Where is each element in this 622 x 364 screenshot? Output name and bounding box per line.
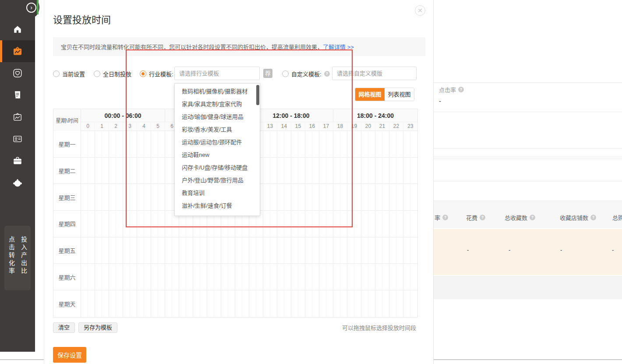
time-slot[interactable]: [95, 237, 109, 264]
sidebar-item-promotion-active[interactable]: [0, 40, 35, 62]
time-slot[interactable]: [179, 290, 193, 317]
time-slot[interactable]: [347, 211, 361, 237]
time-slot[interactable]: [333, 211, 347, 237]
radio-industry-template[interactable]: 行业模板:: [140, 67, 173, 81]
time-slot[interactable]: [291, 237, 305, 264]
time-slot[interactable]: [319, 184, 333, 210]
time-slot[interactable]: [109, 290, 123, 317]
time-slot[interactable]: [95, 184, 109, 210]
time-slot[interactable]: [375, 264, 389, 290]
time-slot[interactable]: [277, 290, 291, 317]
dropdown-item[interactable]: 数码相机/摄像机/摄影器材: [175, 85, 260, 98]
time-slot[interactable]: [403, 264, 417, 290]
time-slot[interactable]: [95, 211, 109, 237]
time-slot[interactable]: [305, 184, 319, 210]
help-icon[interactable]: ?: [324, 71, 330, 77]
time-slot[interactable]: [165, 264, 179, 290]
time-slot[interactable]: [249, 290, 263, 317]
time-slot[interactable]: [319, 131, 333, 157]
time-slot[interactable]: [263, 211, 277, 237]
dropdown-item[interactable]: 运动服/运动包/颈环配件: [175, 136, 260, 148]
time-slot[interactable]: [319, 237, 333, 264]
time-slot[interactable]: [319, 211, 333, 237]
time-slot[interactable]: [123, 131, 137, 157]
time-slot[interactable]: [361, 131, 375, 157]
time-slot[interactable]: [333, 264, 347, 290]
time-slot[interactable]: [151, 264, 165, 290]
time-slot[interactable]: [123, 211, 137, 237]
time-slot[interactable]: [347, 131, 361, 157]
time-slot[interactable]: [347, 264, 361, 290]
sidebar-item-favorites[interactable]: [0, 62, 35, 84]
time-slot[interactable]: [305, 237, 319, 264]
time-slot[interactable]: [305, 264, 319, 290]
time-slot[interactable]: [319, 158, 333, 184]
time-slot[interactable]: [389, 211, 403, 237]
time-slot[interactable]: [375, 158, 389, 184]
time-slot[interactable]: [403, 158, 417, 184]
dropdown-item[interactable]: 教育培训: [175, 187, 260, 199]
dropdown-item[interactable]: 户外/登山/野营/旅行用品: [175, 174, 260, 187]
help-icon[interactable]: ?: [442, 215, 448, 220]
time-slot[interactable]: [109, 131, 123, 157]
time-slot[interactable]: [137, 158, 151, 184]
time-slot[interactable]: [305, 211, 319, 237]
time-slot[interactable]: [305, 158, 319, 184]
time-slot[interactable]: [249, 264, 263, 290]
time-slot[interactable]: [389, 131, 403, 157]
help-icon[interactable]: ?: [530, 215, 535, 220]
time-slot[interactable]: [137, 184, 151, 210]
time-slot[interactable]: [165, 237, 179, 264]
time-slot[interactable]: [347, 184, 361, 210]
time-slot[interactable]: [277, 237, 291, 264]
time-slot[interactable]: [123, 158, 137, 184]
sidebar-item-orders[interactable]: [0, 84, 35, 106]
radio-current-settings[interactable]: 当前设置: [53, 67, 85, 81]
time-slot[interactable]: [81, 184, 95, 210]
dropdown-item[interactable]: 滋补/生鲜/速食/订餐: [175, 199, 260, 212]
time-slot[interactable]: [151, 184, 165, 210]
time-slot[interactable]: [151, 211, 165, 237]
time-slot[interactable]: [333, 158, 347, 184]
time-slot[interactable]: [291, 184, 305, 210]
time-slot[interactable]: [277, 131, 291, 157]
time-slot[interactable]: [109, 264, 123, 290]
time-slot[interactable]: [361, 290, 375, 317]
time-slot[interactable]: [151, 237, 165, 264]
time-slot[interactable]: [277, 264, 291, 290]
time-slot[interactable]: [151, 158, 165, 184]
help-icon[interactable]: ?: [590, 215, 596, 220]
time-slot[interactable]: [333, 290, 347, 317]
time-slot[interactable]: [333, 237, 347, 264]
time-slot[interactable]: [193, 237, 207, 264]
time-slot[interactable]: [137, 211, 151, 237]
time-slot[interactable]: [347, 290, 361, 317]
time-slot[interactable]: [123, 290, 137, 317]
time-slot[interactable]: [361, 184, 375, 210]
save-settings-button[interactable]: 保存设置: [53, 347, 86, 363]
time-slot[interactable]: [333, 131, 347, 157]
learn-more-link[interactable]: 了解详情 >>: [323, 42, 354, 51]
time-slot[interactable]: [263, 290, 277, 317]
time-slot[interactable]: [389, 264, 403, 290]
time-slot[interactable]: [235, 290, 249, 317]
time-slot[interactable]: [221, 290, 235, 317]
close-icon[interactable]: ✕: [415, 5, 425, 16]
dropdown-item[interactable]: 彩妆/香水/美发/工具: [175, 123, 260, 136]
dropdown-item[interactable]: 网游装备/游戏币/帐号/代练: [175, 212, 260, 216]
list-view-button[interactable]: 列表视图: [385, 88, 414, 101]
time-slot[interactable]: [123, 184, 137, 210]
time-slot[interactable]: [375, 184, 389, 210]
time-slot[interactable]: [151, 131, 165, 157]
time-slot[interactable]: [291, 131, 305, 157]
time-slot[interactable]: [123, 237, 137, 264]
time-slot[interactable]: [207, 237, 221, 264]
time-slot[interactable]: [81, 264, 95, 290]
time-slot[interactable]: [95, 290, 109, 317]
time-slot[interactable]: [207, 264, 221, 290]
sidebar-item-gallery[interactable]: [0, 106, 35, 128]
time-slot[interactable]: [193, 264, 207, 290]
time-slot[interactable]: [389, 237, 403, 264]
dropdown-item[interactable]: 闪存卡/U盘/存储/移动硬盘: [175, 161, 260, 174]
time-slot[interactable]: [389, 184, 403, 210]
